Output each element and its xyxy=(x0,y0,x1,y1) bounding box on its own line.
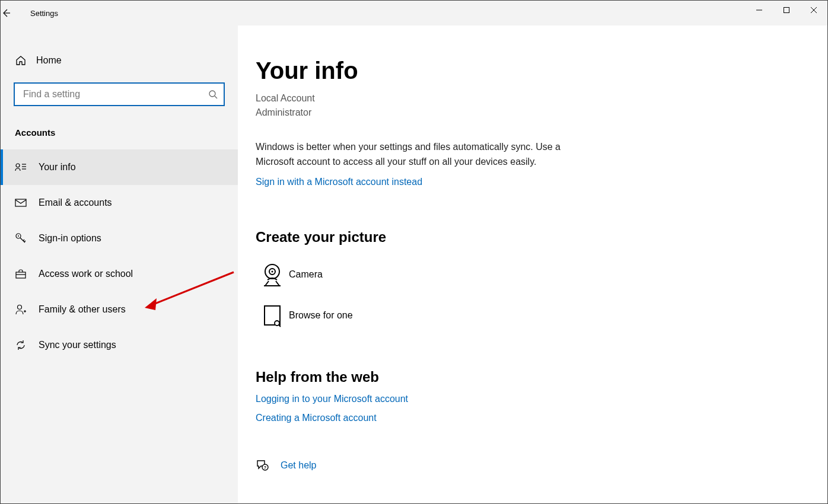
arrow-left-icon xyxy=(1,8,11,18)
home-button[interactable]: Home xyxy=(1,47,238,74)
help-heading: Help from the web xyxy=(256,369,804,385)
maximize-icon xyxy=(783,7,790,14)
help-links: Logging in to your Microsoft account Cre… xyxy=(256,394,804,423)
sidebar-item-sync-settings[interactable]: Sync your settings xyxy=(1,327,238,363)
browse-label: Browse for one xyxy=(289,310,353,321)
svg-line-16 xyxy=(24,241,26,242)
browse-file-icon xyxy=(256,304,289,327)
window-title: Settings xyxy=(30,9,58,18)
person-card-icon xyxy=(15,162,39,173)
mail-icon xyxy=(15,198,39,208)
get-help-row[interactable]: ? Get help xyxy=(256,459,804,472)
maximize-button[interactable] xyxy=(773,1,800,20)
search-icon xyxy=(208,90,218,99)
sidebar-item-email-accounts[interactable]: Email & accounts xyxy=(1,185,238,221)
svg-point-19 xyxy=(18,305,22,310)
search-input[interactable] xyxy=(14,82,225,106)
sidebar-item-label: Family & other users xyxy=(39,304,126,315)
sidebar-item-label: Email & accounts xyxy=(39,197,112,208)
camera-label: Camera xyxy=(289,269,323,280)
svg-point-24 xyxy=(272,270,273,272)
account-type: Local Account xyxy=(256,91,804,106)
home-icon xyxy=(15,55,36,66)
sidebar-item-access-work-school[interactable]: Access work or school xyxy=(1,256,238,292)
camera-option[interactable]: Camera xyxy=(256,262,804,287)
minimize-button[interactable] xyxy=(746,1,773,20)
svg-rect-17 xyxy=(16,272,26,278)
category-heading: Accounts xyxy=(1,110,238,149)
key-icon xyxy=(15,232,39,244)
close-button[interactable] xyxy=(800,1,827,20)
titlebar: Settings xyxy=(1,1,827,25)
sync-icon xyxy=(15,339,39,351)
main-content: Your info Local Account Administrator Wi… xyxy=(238,25,827,503)
svg-point-5 xyxy=(209,91,215,97)
sidebar-item-label: Sync your settings xyxy=(39,340,116,350)
help-chat-icon: ? xyxy=(256,459,281,472)
svg-point-13 xyxy=(18,235,19,237)
browse-option[interactable]: Browse for one xyxy=(256,304,804,327)
sync-description: Windows is better when your settings and… xyxy=(256,140,588,170)
close-icon xyxy=(810,7,817,14)
svg-rect-11 xyxy=(15,199,26,206)
svg-text:?: ? xyxy=(264,465,266,470)
svg-line-15 xyxy=(23,240,24,241)
svg-rect-2 xyxy=(784,8,789,13)
account-role: Administrator xyxy=(256,106,804,120)
sidebar-item-label: Your info xyxy=(39,162,76,173)
sidebar-item-sign-in-options[interactable]: Sign-in options xyxy=(1,221,238,256)
sidebar-item-label: Access work or school xyxy=(39,269,133,279)
page-title: Your info xyxy=(256,58,804,84)
svg-point-7 xyxy=(16,164,20,167)
svg-line-6 xyxy=(215,96,217,98)
get-help-link[interactable]: Get help xyxy=(281,460,316,471)
sidebar: Home Accounts Your info Email & accounts… xyxy=(1,25,238,503)
camera-icon xyxy=(256,262,289,287)
help-link-login[interactable]: Logging in to your Microsoft account xyxy=(256,394,804,404)
sidebar-item-your-info[interactable]: Your info xyxy=(1,149,238,185)
search-field[interactable] xyxy=(23,89,208,100)
create-picture-heading: Create your picture xyxy=(256,229,804,245)
minimize-icon xyxy=(756,7,763,14)
back-button[interactable] xyxy=(1,8,30,18)
nav-list: Your info Email & accounts Sign-in optio… xyxy=(1,149,238,363)
sidebar-item-label: Sign-in options xyxy=(39,233,101,244)
signin-microsoft-link[interactable]: Sign in with a Microsoft account instead xyxy=(256,177,422,187)
briefcase-icon xyxy=(15,269,39,279)
home-label: Home xyxy=(36,55,62,66)
help-link-create[interactable]: Creating a Microsoft account xyxy=(256,413,804,423)
people-add-icon xyxy=(15,304,39,315)
sidebar-item-family-other-users[interactable]: Family & other users xyxy=(1,292,238,327)
window-controls xyxy=(746,1,827,20)
svg-point-27 xyxy=(275,321,279,326)
